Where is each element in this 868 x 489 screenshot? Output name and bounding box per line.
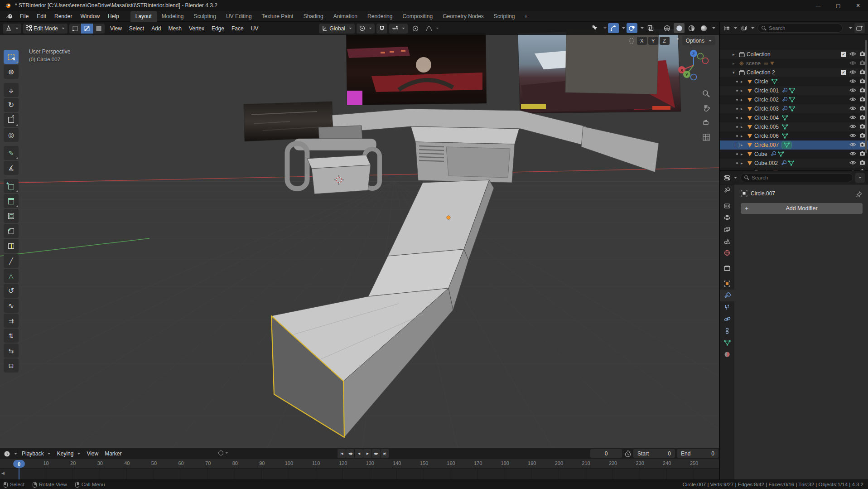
outliner-filter-image-dropdown[interactable] [740, 23, 755, 33]
edge-select-button[interactable] [81, 24, 93, 34]
maximize-button[interactable]: ▢ [828, 0, 848, 11]
disable-render-camera-icon[interactable] [859, 60, 865, 67]
menubar-item[interactable]: Window [76, 11, 104, 21]
properties-tab-constraints[interactable] [720, 325, 734, 337]
mirror-icon[interactable] [627, 37, 636, 44]
properties-tab-particles[interactable] [720, 301, 734, 313]
view-menu[interactable]: View [84, 449, 101, 459]
expand-arrow-icon[interactable] [733, 52, 739, 57]
outliner-row[interactable]: Collection ✓ [720, 50, 868, 59]
tool-transform[interactable]: ◎ [4, 128, 19, 142]
menubar-item[interactable]: Render [50, 11, 76, 21]
tool-shrink-fatten[interactable]: ⇅ [4, 329, 19, 343]
properties-tab-scene[interactable] [720, 235, 734, 247]
show-overlays-button[interactable] [627, 23, 637, 33]
expand-arrow-icon[interactable] [741, 161, 747, 165]
playback-button[interactable]: ◀◆ [346, 449, 354, 458]
playback-button[interactable]: ▶ [363, 449, 371, 458]
playback-button[interactable]: ◀ [355, 449, 363, 458]
properties-tab-physics[interactable] [720, 313, 734, 325]
workspace-tab[interactable]: Compositing [397, 11, 438, 22]
disable-render-camera-icon[interactable] [859, 106, 865, 112]
3d-viewport[interactable]: Edit Mode ViewSelectAddMeshVertexEdgeFac… [0, 22, 720, 448]
hide-eye-icon[interactable] [849, 106, 856, 112]
playback-button[interactable]: ▶| [381, 449, 389, 458]
menubar-item[interactable]: Help [104, 11, 123, 21]
menubar-item[interactable]: File [16, 11, 33, 21]
properties-tab-output[interactable] [720, 212, 734, 223]
options-dropdown[interactable]: Options [682, 36, 715, 45]
frame-end-field[interactable]: End0 [677, 449, 719, 458]
mode-dropdown[interactable]: Edit Mode [23, 24, 68, 34]
workspace-tab[interactable]: Layout [130, 11, 157, 22]
workspace-tab[interactable]: Rendering [362, 11, 397, 22]
proportional-falloff-dropdown[interactable] [423, 24, 442, 34]
vertex-select-button[interactable] [69, 24, 81, 34]
outliner-display-mode-dropdown[interactable] [723, 23, 738, 33]
timeline-expand-arrow[interactable]: ◀ [1, 471, 5, 475]
outliner[interactable]: Collection ✓ [720, 22, 868, 170]
outliner-row[interactable]: Circle.003 ✓ [720, 104, 868, 113]
viewport-menu-item[interactable]: Vertex [185, 24, 208, 34]
timeline-track-area[interactable] [0, 469, 719, 480]
tool-extrude-region[interactable] [4, 194, 19, 208]
outliner-row[interactable]: Circle.004 ✓ [720, 113, 868, 122]
workspace-tab[interactable]: Animation [328, 11, 362, 22]
viewport-menu-item[interactable]: Add [148, 24, 164, 34]
current-frame-field[interactable]: 0 [590, 449, 622, 458]
keying-menu[interactable]: Keying [54, 449, 83, 459]
outliner-row[interactable]: Cube.002 ✓ [720, 159, 868, 168]
disable-render-camera-icon[interactable] [859, 160, 865, 166]
tool-shear[interactable]: ⇆ [4, 344, 19, 358]
hide-eye-icon[interactable] [849, 115, 856, 121]
hide-eye-icon[interactable] [849, 151, 856, 157]
menubar-item[interactable]: Edit [33, 11, 50, 21]
outliner-row[interactable]: Circle.001 ✓ [720, 86, 868, 95]
outliner-scrollbar[interactable] [865, 40, 867, 153]
disable-render-camera-icon[interactable] [859, 51, 865, 58]
workspace-tab[interactable]: Scripting [489, 11, 520, 22]
tool-rotate[interactable]: ↻ [4, 98, 19, 112]
viewport-menu-item[interactable]: View [106, 24, 125, 34]
editor-type-button[interactable] [3, 24, 21, 34]
workspace-tab[interactable]: Sculpting [189, 11, 221, 22]
pivot-point-dropdown[interactable] [357, 24, 375, 34]
playback-button[interactable]: |◀ [338, 449, 346, 458]
properties-search-input[interactable] [740, 173, 853, 182]
tool-bevel[interactable] [4, 224, 19, 238]
disable-render-camera-icon[interactable] [859, 115, 865, 121]
hide-eye-icon[interactable] [849, 60, 856, 67]
timeline-ruler[interactable]: 1020304050607080901001101201301401501601… [0, 459, 719, 469]
hide-eye-icon[interactable] [849, 133, 856, 139]
mirror-x-toggle[interactable]: X [637, 37, 647, 45]
tool-add-cube[interactable] [4, 179, 19, 193]
frame-start-field[interactable]: Start0 [633, 449, 675, 458]
snap-settings-dropdown[interactable] [389, 24, 408, 34]
properties-tab-data[interactable] [720, 337, 734, 349]
viewport-menu-item[interactable]: Select [125, 24, 148, 34]
shading-solid-button[interactable] [674, 23, 685, 33]
viewport-menu-item[interactable]: Face [228, 24, 247, 34]
outliner-row[interactable]: Circle ✓ [720, 77, 868, 86]
minimize-button[interactable]: — [808, 0, 828, 11]
outliner-row[interactable]: Cube ✓ [720, 150, 868, 159]
new-collection-button[interactable] [854, 23, 865, 33]
properties-tab-view-layer[interactable] [720, 223, 734, 235]
tool-loop-cut[interactable] [4, 239, 19, 253]
outliner-row[interactable]: Circle.005 ✓ [720, 122, 868, 131]
timeline-editor-type-button[interactable] [3, 449, 18, 459]
tool-scale[interactable] [4, 113, 19, 127]
tool-move[interactable]: ↔ [4, 83, 19, 97]
disable-render-camera-icon[interactable] [859, 78, 865, 85]
outliner-row[interactable]: Circle.006 ✓ [720, 131, 868, 140]
workspace-tab[interactable]: Texture Paint [257, 11, 299, 22]
viewport-menu-item[interactable]: UV [247, 24, 262, 34]
add-workspace-button[interactable]: + [520, 11, 532, 22]
disable-render-camera-icon[interactable] [859, 87, 865, 94]
hide-eye-icon[interactable] [849, 51, 856, 58]
outliner-row[interactable]: Circle.002 ✓ [720, 95, 868, 104]
properties-tab-modifiers[interactable] [720, 290, 734, 301]
current-frame-badge[interactable]: 0 [13, 460, 25, 468]
tool-inset-faces[interactable] [4, 209, 19, 223]
expand-arrow-icon[interactable] [741, 97, 747, 102]
